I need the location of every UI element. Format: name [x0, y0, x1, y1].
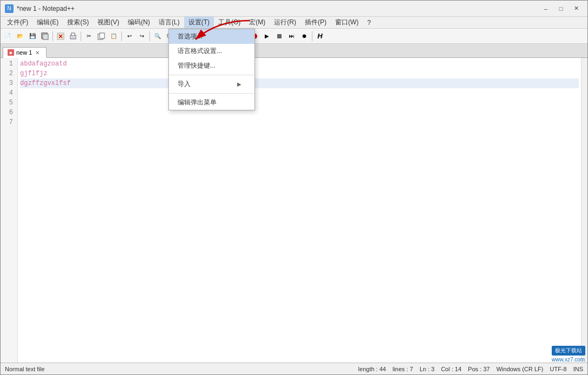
menu-bar: 文件(F) 编辑(E) 搜索(S) 视图(V) 编码(N) 语言(L) 设置(T… — [1, 17, 587, 29]
menu-file[interactable]: 文件(F) — [3, 17, 32, 28]
maximize-button[interactable]: □ — [554, 3, 568, 14]
status-col: Col : 14 — [441, 366, 461, 372]
toolbar-sep-2 — [81, 31, 81, 41]
tab-label: new 1 — [16, 49, 32, 56]
toolbar-sep-1 — [53, 31, 53, 41]
status-left: Normal text file — [5, 366, 44, 372]
line-num-1: 1 — [1, 59, 15, 69]
toolbar-print[interactable] — [67, 30, 79, 42]
code-line-2: gjflfjz — [20, 69, 579, 78]
tab-new1[interactable]: ■ new 1 ✕ — [3, 47, 47, 58]
toolbar-cut[interactable]: ✂ — [83, 30, 95, 42]
toolbar-find[interactable]: 🔍 — [152, 30, 164, 42]
code-line-7 — [20, 117, 579, 127]
minimize-button[interactable]: – — [539, 3, 553, 14]
toolbar-sep-4 — [149, 31, 150, 41]
menu-edit-popup[interactable]: 编辑弹出菜单 — [169, 95, 254, 110]
watermark-url: www.xz7.com — [552, 357, 585, 363]
tab-bar: ■ new 1 ✕ — [1, 44, 587, 58]
menu-view[interactable]: 视图(V) — [93, 17, 123, 28]
toolbar-paste[interactable]: 📋 — [108, 30, 120, 42]
toolbar-macro-stop[interactable] — [273, 30, 285, 42]
editor-area[interactable]: 1 2 3 4 5 6 7 abdafagzoatd gjflfjz dgzff… — [1, 58, 587, 364]
status-file-type: Normal text file — [5, 366, 44, 372]
dropdown-sep-1 — [169, 75, 254, 75]
toolbar-sep-3 — [121, 31, 122, 41]
svg-rect-7 — [71, 37, 75, 38]
app-icon: N — [5, 4, 14, 13]
menu-import[interactable]: 导入 ▶ — [169, 77, 254, 91]
menu-search[interactable]: 搜索(S) — [63, 17, 93, 28]
toolbar-undo[interactable]: ↩ — [123, 30, 135, 42]
toolbar-macro-run[interactable]: ⏭ — [286, 30, 298, 42]
toolbar-new[interactable]: 📄 — [2, 30, 14, 42]
code-line-4 — [20, 88, 579, 98]
toolbar-open[interactable]: 📂 — [14, 30, 26, 42]
line-num-3: 3 — [1, 78, 15, 88]
tab-close-button[interactable]: ✕ — [34, 50, 41, 56]
editor-scrollbar[interactable] — [581, 58, 587, 364]
menu-lang-format[interactable]: 语言格式设置... — [169, 44, 254, 58]
status-encoding: UTF-8 — [550, 366, 566, 372]
menu-preferences[interactable]: 首选项... — [169, 29, 254, 44]
menu-run[interactable]: 运行(R) — [270, 17, 300, 28]
status-length: length : 44 — [358, 366, 386, 372]
line-num-2: 2 — [1, 69, 15, 78]
watermark: 极光下载站 www.xz7.com — [552, 346, 585, 363]
tab-icon: ■ — [8, 49, 14, 56]
submenu-arrow-icon: ▶ — [237, 81, 241, 87]
title-bar: N *new 1 - Notepad++ – □ ✕ — [1, 1, 587, 17]
toolbar-saveall[interactable] — [39, 30, 51, 42]
status-right: length : 44 lines : 7 Ln : 3 Col : 14 Po… — [358, 366, 583, 372]
code-line-3: dgzffzgvxlfsf — [20, 78, 579, 88]
svg-rect-26 — [277, 34, 282, 38]
status-bar: Normal text file length : 44 lines : 7 L… — [1, 363, 587, 374]
code-line-1: abdafagzoatd — [20, 59, 579, 69]
svg-rect-9 — [100, 33, 104, 38]
toolbar-h[interactable]: H — [314, 30, 326, 42]
line-num-5: 5 — [1, 98, 15, 108]
svg-rect-6 — [71, 33, 75, 36]
line-numbers: 1 2 3 4 5 6 7 — [1, 58, 18, 364]
menu-language[interactable]: 语言(L) — [154, 17, 184, 28]
code-line-6 — [20, 108, 579, 117]
status-ln: Ln : 3 — [420, 366, 435, 372]
toolbar-close[interactable] — [55, 30, 67, 42]
menu-shortcuts[interactable]: 管理快捷键... — [169, 58, 254, 73]
toolbar-macro-play[interactable]: ▶ — [261, 30, 273, 42]
dropdown-sep-2 — [169, 93, 254, 94]
menu-edit[interactable]: 编辑(E) — [32, 17, 63, 28]
menu-window[interactable]: 窗口(W) — [331, 17, 363, 28]
toolbar: 📄 📂 💾 ✂ 📋 ↩ ↪ 🔍 — [1, 29, 587, 44]
editor-content[interactable]: abdafagzoatd gjflfjz dgzffzgvxlfsf — [18, 58, 581, 364]
status-ins: INS — [573, 366, 583, 372]
toolbar-macro-save[interactable]: ⏺ — [298, 30, 310, 42]
status-pos: Pos : 37 — [468, 366, 489, 372]
line-num-6: 6 — [1, 108, 15, 117]
line-num-7: 7 — [1, 117, 15, 127]
title-bar-left: N *new 1 - Notepad++ — [5, 4, 75, 13]
window-title: *new 1 - Notepad++ — [17, 5, 75, 12]
status-lines: lines : 7 — [393, 366, 413, 372]
toolbar-save[interactable]: 💾 — [27, 30, 38, 42]
svg-rect-1 — [43, 34, 48, 40]
status-line-ending: Windows (CR LF) — [496, 366, 544, 372]
app-window: N *new 1 - Notepad++ – □ ✕ 文件(F) 编辑(E) 搜… — [0, 0, 588, 375]
menu-encoding[interactable]: 编码(N) — [123, 17, 154, 28]
close-button[interactable]: ✕ — [569, 3, 583, 14]
settings-dropdown: 首选项... 语言格式设置... 管理快捷键... 导入 ▶ 编辑弹出菜单 — [168, 29, 255, 110]
menu-tools[interactable]: 工具(O) — [214, 17, 245, 28]
line-num-4: 4 — [1, 88, 15, 98]
menu-plugins[interactable]: 插件(P) — [300, 17, 331, 28]
menu-settings[interactable]: 设置(T) — [184, 17, 214, 28]
watermark-logo: 极光下载站 — [555, 347, 582, 353]
toolbar-redo[interactable]: ↪ — [136, 30, 148, 42]
window-controls: – □ ✕ — [539, 3, 583, 14]
toolbar-sep-8 — [312, 31, 312, 41]
code-line-5 — [20, 98, 579, 108]
toolbar-copy[interactable] — [95, 30, 107, 42]
menu-help[interactable]: ? — [363, 18, 375, 28]
menu-macro[interactable]: 宏(M) — [245, 17, 270, 28]
